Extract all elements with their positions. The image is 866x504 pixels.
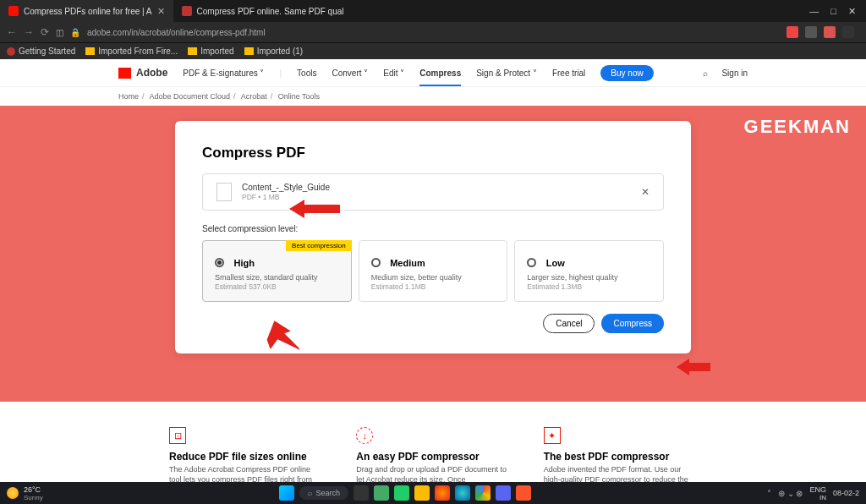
adobe-logo[interactable]: Adobe — [118, 67, 167, 79]
folder-icon — [85, 47, 95, 55]
option-title: High — [233, 258, 254, 268]
option-title: Low — [546, 258, 565, 268]
compression-option-medium[interactable]: Medium Medium size, better quality Estim… — [359, 240, 508, 302]
option-estimate: Estimated 1.3MB — [527, 282, 651, 291]
compress-card: Compress PDF Content_-_Style_Guide PDF •… — [175, 121, 691, 353]
feature-best: ✦ The best PDF compressor Adobe invented… — [544, 427, 697, 486]
file-meta: PDF • 1 MB — [242, 193, 641, 201]
chrome-icon[interactable] — [475, 485, 491, 501]
taskbar-app[interactable] — [394, 485, 409, 501]
remove-file-button[interactable]: ✕ — [641, 186, 650, 198]
taskbar: 26°C Sunny ⌕Search ˄ ⊕ ⌄ ⊗ ENG IN 08-02-… — [0, 482, 866, 504]
weather-cond: Sunny — [24, 494, 43, 501]
browser-tab-1[interactable]: Compress PDF online. Same PDF qual — [173, 0, 353, 22]
radio-icon — [527, 258, 536, 267]
compression-option-low[interactable]: Low Larger size, highest quality Estimat… — [514, 240, 664, 302]
nav-tools[interactable]: Tools — [297, 68, 316, 78]
card-title: Compress PDF — [202, 145, 664, 162]
file-explorer-icon[interactable] — [414, 485, 430, 501]
bookmark-folder[interactable]: Imported (1) — [244, 47, 303, 56]
edge-icon[interactable] — [455, 485, 470, 501]
option-desc: Larger size, highest quality — [527, 273, 651, 282]
compress-button[interactable]: Compress — [601, 314, 664, 333]
radio-icon — [371, 258, 381, 267]
best-badge: Best compression — [286, 240, 352, 251]
browser-toolbar: ← → ⟳ ◫ 🔒 adobe.com/in/acrobat/online/co… — [0, 22, 866, 42]
maximize-button[interactable]: □ — [830, 6, 836, 17]
feature-reduce: ⊡ Reduce PDF file sizes online The Adobe… — [169, 427, 322, 486]
breadcrumb-acrobat[interactable]: Acrobat — [241, 92, 267, 101]
start-button[interactable] — [279, 485, 294, 501]
browser-tab-0[interactable]: Compress PDFs online for free | A ✕ — [0, 0, 173, 22]
nav-convert[interactable]: Convert ˅ — [332, 68, 368, 78]
pdf-best-icon: ✦ — [544, 427, 561, 444]
tray-date: 08-02-2 — [833, 489, 859, 497]
url-text: adobe.com/in/acrobat/online/compress-pdf… — [87, 28, 266, 37]
feature-easy: ↓ An easy PDF compressor Drag and drop o… — [356, 427, 509, 486]
signin-link[interactable]: Sign in — [721, 68, 748, 78]
compression-option-high[interactable]: Best compression High Smallest size, sta… — [202, 240, 352, 302]
chevron-up-icon[interactable]: ˄ — [767, 489, 771, 498]
uploaded-file: Content_-_Style_Guide PDF • 1 MB ✕ — [202, 173, 664, 211]
breadcrumb: Home/ Adobe Document Cloud/ Acrobat/ Onl… — [0, 87, 866, 106]
radio-icon — [215, 258, 224, 267]
tab-favicon — [182, 6, 192, 16]
minimize-button[interactable]: — — [809, 6, 819, 17]
adobe-icon — [118, 68, 131, 79]
buy-button[interactable]: Buy now — [600, 65, 653, 81]
nav-free-trial[interactable]: Free trial — [552, 68, 585, 78]
system-tray[interactable]: ˄ ⊕ ⌄ ⊗ ENG IN 08-02-2 — [767, 485, 859, 501]
download-icon: ↓ — [356, 427, 373, 444]
reload-button[interactable]: ⟳ — [41, 26, 49, 38]
back-button[interactable]: ← — [7, 26, 17, 38]
bookmark-item[interactable]: Getting Started — [7, 47, 75, 56]
firefox-icon[interactable] — [435, 485, 450, 501]
window-controls: — □ ✕ — [799, 6, 866, 17]
extension-icon[interactable] — [824, 26, 836, 38]
discord-icon[interactable] — [496, 485, 511, 501]
lock-icon: 🔒 — [70, 28, 80, 37]
taskbar-app[interactable] — [374, 485, 389, 501]
page-content: Adobe PDF & E-signatures ˅ | Tools Conve… — [0, 59, 866, 486]
hero-section: GEEKMAN Compress PDF Content_-_Style_Gui… — [0, 106, 866, 402]
option-estimate: Estimated 1.1MB — [371, 282, 496, 291]
nav-sign[interactable]: Sign & Protect ˅ — [476, 68, 537, 78]
cancel-button[interactable]: Cancel — [543, 314, 595, 333]
nav-edit[interactable]: Edit ˅ — [383, 68, 404, 78]
file-name: Content_-_Style_Guide — [242, 183, 641, 192]
tab-strip: Compress PDFs online for free | A ✕ Comp… — [0, 0, 866, 22]
tray-status-icons[interactable]: ⊕ ⌄ ⊗ — [778, 489, 803, 498]
file-icon — [216, 183, 232, 201]
bookmark-icon — [7, 47, 15, 56]
weather-temp: 26°C — [24, 485, 43, 494]
breadcrumb-home[interactable]: Home — [118, 92, 139, 101]
nav-pdf-esign[interactable]: PDF & E-signatures ˅ — [183, 68, 264, 78]
bookmark-bar: Getting Started Imported From Fire... Im… — [0, 42, 866, 59]
taskbar-search[interactable]: ⌕Search — [299, 486, 349, 500]
bookmark-folder[interactable]: Imported — [188, 47, 233, 56]
forward-button[interactable]: → — [24, 26, 34, 38]
brave-icon[interactable] — [516, 485, 531, 501]
breadcrumb-online-tools[interactable]: Online Tools — [278, 92, 320, 101]
close-icon[interactable]: ✕ — [157, 6, 165, 17]
reduce-size-icon: ⊡ — [169, 427, 186, 444]
close-button[interactable]: ✕ — [848, 6, 856, 17]
tab-title: Compress PDFs online for free | A — [24, 7, 152, 16]
feature-title: An easy PDF compressor — [356, 451, 509, 463]
weather-widget[interactable]: 26°C Sunny — [7, 485, 43, 501]
task-view-button[interactable] — [354, 485, 369, 501]
tab-favicon — [8, 6, 19, 16]
option-desc: Smallest size, standard quality — [215, 273, 339, 282]
feature-title: Reduce PDF file sizes online — [169, 451, 322, 463]
bookmark-folder[interactable]: Imported From Fire... — [85, 47, 178, 56]
option-estimate: Estimated 537.0KB — [215, 282, 339, 291]
breadcrumb-doc-cloud[interactable]: Adobe Document Cloud — [150, 92, 231, 101]
extension-icon[interactable] — [805, 26, 817, 38]
nav-compress[interactable]: Compress — [419, 68, 461, 86]
adobe-nav: Adobe PDF & E-signatures ˅ | Tools Conve… — [0, 59, 866, 87]
extension-icon[interactable] — [842, 26, 854, 38]
extension-icon[interactable] — [787, 26, 798, 38]
search-icon[interactable]: ⌕ — [703, 68, 708, 78]
select-label: Select compression level: — [202, 224, 664, 233]
url-bar[interactable]: ◫ 🔒 adobe.com/in/acrobat/online/compress… — [56, 28, 780, 37]
